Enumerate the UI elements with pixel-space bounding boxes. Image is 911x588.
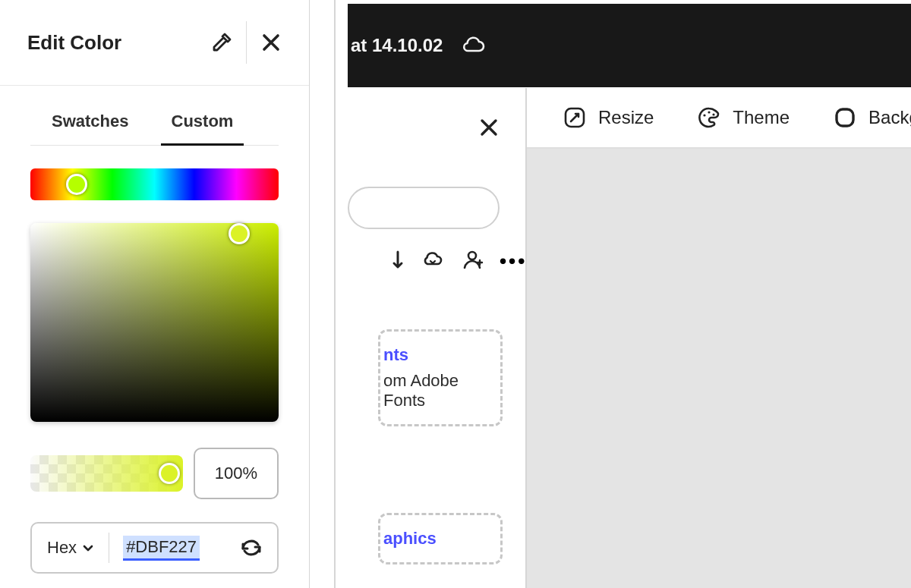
add-person-icon[interactable]	[460, 247, 484, 272]
document-topbar: at 14.10.02	[348, 4, 911, 87]
tab-custom[interactable]: Custom	[165, 99, 240, 145]
brand-search-input[interactable]	[348, 187, 500, 229]
edit-color-title: Edit Color	[27, 31, 205, 55]
color-convert-button[interactable]	[236, 533, 266, 563]
app-background: at 14.10.02 Resize Theme Backgro	[310, 0, 911, 588]
color-mode-label: Hex	[47, 538, 77, 558]
fonts-card-link: nts	[383, 345, 496, 365]
hue-slider-handle[interactable]	[66, 174, 87, 195]
hex-value-input[interactable]: #DBF227	[123, 536, 200, 561]
close-brand-panel-button[interactable]	[477, 115, 501, 140]
brand-panel: ••• nts om Adobe Fonts aphics	[348, 88, 525, 588]
tab-swatches[interactable]: Swatches	[46, 99, 135, 145]
theme-tool[interactable]: Theme	[696, 105, 790, 130]
panel-divider	[334, 0, 336, 588]
fonts-card[interactable]: nts om Adobe Fonts	[378, 329, 503, 426]
square-icon	[832, 105, 858, 130]
svg-point-5	[468, 252, 476, 259]
opacity-slider[interactable]	[30, 455, 183, 492]
cloud-sync-icon[interactable]	[461, 33, 487, 58]
saturation-field[interactable]	[30, 223, 279, 422]
graphics-card-link: aphics	[383, 529, 496, 549]
more-menu-icon[interactable]: •••	[500, 248, 527, 271]
svg-rect-4	[837, 109, 853, 126]
resize-icon	[562, 105, 588, 130]
header-divider	[246, 21, 247, 64]
opacity-slider-handle[interactable]	[159, 463, 180, 484]
close-color-panel-button[interactable]	[254, 26, 288, 59]
opacity-input[interactable]	[194, 448, 279, 499]
saturation-field-handle[interactable]	[229, 223, 250, 244]
value-divider	[109, 533, 109, 563]
graphics-card[interactable]: aphics	[378, 513, 503, 564]
hue-slider[interactable]	[30, 168, 279, 200]
svg-point-1	[704, 114, 706, 116]
chevron-down-icon	[81, 541, 95, 555]
color-mode-dropdown[interactable]: Hex	[47, 538, 95, 558]
eyedropper-button[interactable]	[205, 26, 238, 59]
svg-point-3	[713, 113, 715, 115]
tool-ribbon: Resize Theme Backgro	[527, 88, 911, 149]
document-title: at 14.10.02	[351, 35, 443, 56]
canvas-stage[interactable]	[527, 149, 911, 588]
resize-tool[interactable]: Resize	[562, 105, 654, 130]
brand-tool-icons: •••	[381, 247, 527, 272]
fonts-card-subtitle: om Adobe Fonts	[383, 371, 496, 410]
svg-point-2	[708, 111, 711, 113]
palette-icon	[696, 105, 722, 130]
cloud-refresh-icon[interactable]	[421, 247, 445, 272]
opacity-row	[30, 448, 279, 499]
edit-color-panel: Edit Color Swatches Custom	[0, 0, 310, 588]
resize-label: Resize	[598, 107, 654, 128]
swap-icon[interactable]	[381, 247, 405, 272]
background-label: Backgro	[868, 107, 911, 128]
background-tool[interactable]: Backgro	[832, 105, 911, 130]
theme-label: Theme	[733, 107, 790, 128]
color-tabs: Swatches Custom	[30, 99, 279, 146]
color-value-row: Hex #DBF227	[30, 522, 279, 574]
edit-color-header: Edit Color	[0, 0, 309, 86]
